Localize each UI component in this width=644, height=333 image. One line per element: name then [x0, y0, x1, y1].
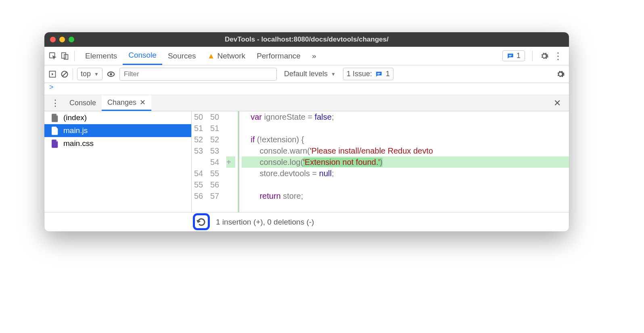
svg-rect-4 [509, 56, 511, 56]
close-tab-icon[interactable]: ✕ [140, 98, 146, 107]
svg-rect-10 [377, 74, 379, 75]
file-icon [52, 114, 59, 122]
devtools-window: DevTools - localhost:8080/docs/devtools/… [44, 32, 569, 231]
drawer-tab-changes[interactable]: Changes ✕ [102, 95, 151, 111]
issues-button[interactable]: 1 Issue: 1 [343, 68, 393, 80]
drawer-kebab-icon[interactable]: ⋮ [47, 98, 64, 108]
code-line: console.warn('Please install/enable Redu… [242, 145, 569, 156]
code-line [242, 179, 569, 190]
titlebar: DevTools - localhost:8080/docs/devtools/… [44, 32, 569, 47]
message-icon [375, 71, 383, 78]
code-line [242, 123, 569, 134]
console-prompt[interactable]: > [44, 83, 569, 95]
diff-pane: 505152535455565051525354555657+ var igno… [192, 111, 569, 212]
context-selector[interactable]: top [77, 68, 102, 80]
inspect-icon[interactable] [48, 52, 57, 60]
drawer-tabstrip: ⋮ Console Changes ✕ ✕ [44, 95, 569, 111]
diff-gutter: 505152535455565051525354555657+ [192, 111, 238, 212]
drawer-tab-console[interactable]: Console [64, 95, 102, 111]
sidebar-toggle-icon[interactable] [48, 70, 56, 78]
revert-button[interactable] [193, 213, 210, 230]
tab-overflow[interactable]: » [306, 47, 322, 65]
tab-sources[interactable]: Sources [162, 47, 202, 65]
file-name: main.js [63, 126, 88, 135]
file-icon [52, 139, 59, 148]
changed-files-list: (index) main.js main.css [44, 111, 192, 212]
kebab-icon[interactable]: ⋮ [554, 52, 562, 60]
svg-rect-1 [62, 52, 66, 58]
code-line: return store; [242, 190, 569, 202]
console-settings-icon[interactable] [556, 70, 565, 79]
diff-code: var ignoreState = false; if (!extension)… [238, 111, 569, 212]
log-levels-selector[interactable]: Default levels [281, 68, 339, 80]
clear-console-icon[interactable] [61, 70, 69, 78]
tab-elements[interactable]: Elements [79, 47, 123, 65]
tab-performance[interactable]: Performance [251, 47, 306, 65]
settings-icon[interactable] [540, 52, 549, 60]
filter-input[interactable] [119, 68, 277, 81]
file-icon [52, 127, 59, 135]
file-item[interactable]: main.js [44, 124, 191, 137]
diff-info-bar: 1 insertion (+), 0 deletions (-) [44, 212, 569, 231]
code-line: var ignoreState = false; [242, 111, 569, 123]
diff-summary: 1 insertion (+), 0 deletions (-) [216, 218, 314, 227]
file-name: main.css [63, 139, 94, 148]
file-name: (index) [63, 113, 87, 122]
drawer-body: (index) main.js main.css 505152535455565… [44, 111, 569, 212]
svg-rect-9 [377, 73, 381, 74]
svg-rect-3 [509, 55, 512, 56]
code-line: console.log('Extension not found.') [242, 156, 569, 168]
window-title: DevTools - localhost:8080/docs/devtools/… [44, 35, 569, 44]
console-toolbar: top Default levels 1 Issue: 1 [44, 65, 569, 83]
message-icon [507, 52, 514, 60]
tab-network[interactable]: ▲Network [202, 47, 251, 65]
live-expression-icon[interactable] [107, 70, 115, 79]
code-line: if (!extension) { [242, 134, 569, 145]
main-tabstrip: Elements Console Sources ▲Network Perfor… [44, 47, 569, 65]
file-item[interactable]: (index) [44, 111, 191, 124]
close-drawer-icon[interactable]: ✕ [548, 98, 567, 108]
issues-chip[interactable]: 1 [502, 50, 525, 61]
file-item[interactable]: main.css [44, 137, 191, 150]
device-toggle-icon[interactable] [61, 52, 69, 60]
tab-console[interactable]: Console [123, 47, 162, 65]
warning-icon: ▲ [207, 52, 215, 60]
code-line: store.devtools = null; [242, 168, 569, 179]
svg-point-8 [110, 73, 112, 75]
